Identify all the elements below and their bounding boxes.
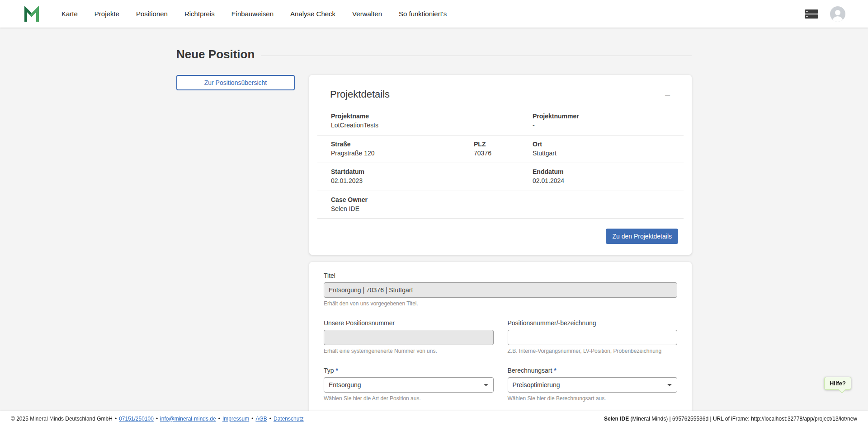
position-form-card: Titel Erhält den von uns vorgegebenen Ti…: [309, 262, 692, 411]
project-detail-row: Case Owner Selen IDE: [317, 191, 684, 219]
nav-item-so-funktionierts[interactable]: So funktioniert's: [399, 10, 447, 18]
footer-session-text: (Mineral Minds) | 69576255536d | URL of …: [629, 416, 857, 422]
separator: •: [156, 416, 158, 422]
go-to-project-details-button[interactable]: Zu den Projektdetails: [606, 229, 678, 244]
field-label: Enddatum: [533, 167, 684, 176]
logo-icon: [24, 6, 40, 22]
back-to-positions-button[interactable]: Zur Positionsübersicht: [176, 75, 295, 90]
required-asterisk: *: [554, 367, 556, 374]
footer-user: Selen IDE: [604, 416, 629, 422]
page-title: Neue Position: [176, 47, 255, 61]
titel-label: Titel: [324, 272, 677, 279]
field-label: Straße: [331, 140, 474, 149]
navbar-right: [805, 6, 845, 22]
field-label: Startdatum: [331, 167, 533, 176]
field-value: Stuttgart: [533, 149, 684, 158]
unsere-positionsnummer-label: Unsere Positionsnummer: [324, 319, 494, 327]
nav-item-projekte[interactable]: Projekte: [94, 10, 119, 18]
required-asterisk: *: [336, 367, 338, 374]
right-column: Projektdetails – Projektname LotCreation…: [309, 75, 692, 411]
footer-left: © 2025 Mineral Minds Deutschland GmbH • …: [11, 416, 304, 422]
footer-link-phone[interactable]: 07151/250100: [119, 416, 154, 422]
footer-link-impressum[interactable]: Impressum: [222, 416, 249, 422]
app-logo[interactable]: [24, 6, 40, 22]
unsere-positionsnummer-field-group: Unsere Positionsnummer Erhält eine syste…: [324, 319, 494, 354]
footer-link-datenschutz[interactable]: Datenschutz: [274, 416, 304, 422]
nav-menu: Karte Projekte Positionen Richtpreis Ein…: [61, 10, 447, 18]
field-value: Pragstraße 120: [331, 149, 474, 158]
left-column: Zur Positionsübersicht: [176, 75, 295, 90]
field-label: Projektnummer: [533, 112, 684, 121]
berechnungsart-select-value: Preisoptimierung: [513, 381, 560, 389]
berechnungsart-helper: Wählen Sie hier die Berechnungsart aus.: [508, 395, 678, 402]
project-detail-row: Straße Pragstraße 120 PLZ 70376 Ort Stut…: [317, 136, 684, 164]
nav-item-karte[interactable]: Karte: [61, 10, 78, 18]
field-value: 02.01.2024: [533, 176, 684, 185]
positionsnummer-input[interactable]: [508, 330, 678, 345]
nav-item-analyse-check[interactable]: Analyse Check: [290, 10, 335, 18]
footer-session-info: Selen IDE (Mineral Minds) | 69576255536d…: [604, 416, 857, 422]
main-content: Neue Position Zur Positionsübersicht Pro…: [0, 28, 868, 411]
chevron-down-icon: [667, 384, 672, 386]
typ-select[interactable]: Entsorgung: [324, 377, 494, 393]
positionsnummer-field-group: Positionsnummer/-bezeichnung Z.B. Intern…: [508, 319, 678, 354]
positionsnummer-label: Positionsnummer/-bezeichnung: [508, 319, 678, 327]
unsere-positionsnummer-helper: Erhält eine systemgenerierte Nummer von …: [324, 348, 494, 354]
typ-field-group: Typ* Entsorgung Wählen Sie hier die Art …: [324, 367, 494, 402]
field-value: 70376: [474, 149, 533, 158]
separator: •: [218, 416, 220, 422]
nav-item-einbauweisen[interactable]: Einbauweisen: [231, 10, 274, 18]
project-detail-row: Startdatum 02.01.2023 Enddatum 02.01.202…: [317, 163, 684, 191]
top-navbar: Karte Projekte Positionen Richtpreis Ein…: [0, 0, 868, 28]
avatar[interactable]: [830, 6, 845, 22]
separator: •: [269, 416, 271, 422]
berechnungsart-select[interactable]: Preisoptimierung: [508, 377, 678, 393]
project-details-table: Projektname LotCreationTests Projektnumm…: [317, 108, 684, 219]
nav-item-richtpreis[interactable]: Richtpreis: [184, 10, 215, 18]
titel-input: [324, 282, 677, 298]
chevron-down-icon: [484, 384, 488, 386]
field-value: LotCreationTests: [331, 121, 533, 130]
nav-item-positionen[interactable]: Positionen: [136, 10, 168, 18]
berechnungsart-label-text: Berechnungsart: [508, 367, 552, 374]
nav-item-verwalten[interactable]: Verwalten: [352, 10, 382, 18]
unsere-positionsnummer-input: [324, 330, 494, 345]
separator: •: [251, 416, 253, 422]
copyright-text: © 2025 Mineral Minds Deutschland GmbH: [11, 416, 113, 422]
field-label: Case Owner: [331, 195, 684, 204]
server-icon[interactable]: [805, 9, 818, 19]
berechnungsart-label: Berechnungsart*: [508, 367, 678, 374]
field-value: Selen IDE: [331, 204, 684, 213]
help-button[interactable]: Hilfe?: [824, 377, 851, 390]
footer-link-email[interactable]: info@mineral-minds.de: [160, 416, 216, 422]
separator: •: [115, 416, 117, 422]
typ-label-text: Typ: [324, 367, 334, 374]
titel-helper: Erhält den von uns vorgegebenen Titel.: [324, 300, 677, 307]
typ-helper: Wählen Sie hier die Art der Position aus…: [324, 395, 494, 402]
footer-link-agb[interactable]: AGB: [255, 416, 267, 422]
project-detail-row: Projektname LotCreationTests Projektnumm…: [317, 108, 684, 136]
field-label: Projektname: [331, 112, 533, 121]
berechnungsart-field-group: Berechnungsart* Preisoptimierung Wählen …: [508, 367, 678, 402]
field-value: 02.01.2023: [331, 176, 533, 185]
project-details-title: Projektdetails: [330, 89, 390, 100]
title-divider: [261, 56, 692, 56]
titel-field-group: Titel Erhält den von uns vorgegebenen Ti…: [324, 272, 677, 307]
collapse-button[interactable]: –: [664, 90, 671, 99]
typ-select-value: Entsorgung: [329, 381, 361, 389]
field-label: Ort: [533, 140, 684, 149]
field-value: -: [533, 121, 684, 130]
positionsnummer-helper: Z.B. Interne-Vorgangsnummer, LV-Position…: [508, 348, 678, 354]
typ-label: Typ*: [324, 367, 494, 374]
project-details-card: Projektdetails – Projektname LotCreation…: [309, 75, 692, 255]
footer: © 2025 Mineral Minds Deutschland GmbH • …: [0, 411, 868, 426]
field-label: PLZ: [474, 140, 533, 149]
